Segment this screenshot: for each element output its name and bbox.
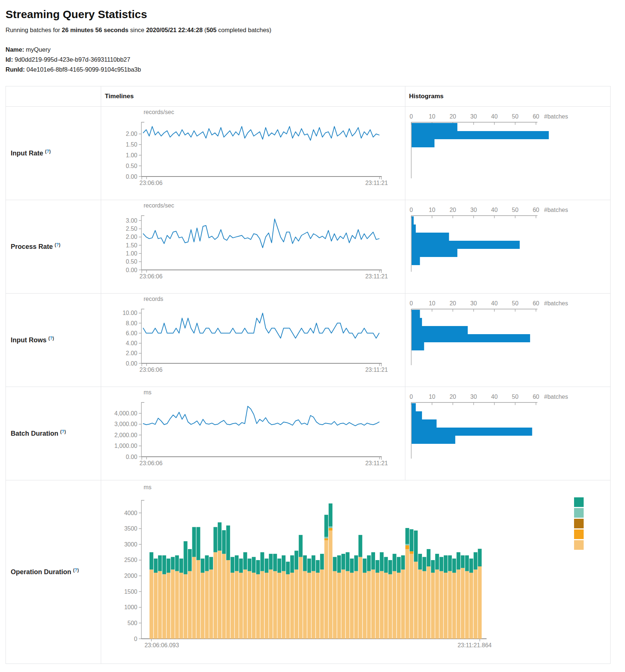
row-input-rows: Input Rows (?) records10.008.006.004.002…: [6, 293, 611, 387]
svg-text:1.00: 1.00: [126, 250, 137, 257]
svg-text:40: 40: [491, 113, 498, 120]
svg-text:6.00: 6.00: [126, 330, 137, 336]
svg-text:0: 0: [410, 207, 413, 213]
summary-text: Running batches for: [6, 27, 62, 33]
svg-text:20: 20: [450, 207, 456, 213]
svg-text:0: 0: [134, 635, 137, 642]
svg-text:60: 60: [533, 207, 539, 213]
svg-text:4,000.00: 4,000.00: [114, 410, 137, 416]
input-rows-histogram-chart: 0102030405060#batches: [406, 295, 601, 378]
svg-text:20: 20: [450, 394, 456, 400]
metric-column-header: [6, 86, 101, 106]
metric-label-input-rows: Input Rows: [11, 336, 47, 344]
completed-batches-count: 505: [206, 27, 217, 33]
metric-label-process-rate: Process Rate: [11, 243, 53, 250]
svg-text:23:11:21: 23:11:21: [365, 367, 388, 373]
metric-label-operation-duration: Operation Duration: [11, 568, 71, 576]
table-header-row: Timelines Histograms: [6, 86, 611, 106]
help-icon[interactable]: (?): [55, 242, 60, 247]
row-batch-duration: Batch Duration (?) ms4,000.003,000.002,0…: [6, 387, 611, 480]
svg-text:30: 30: [470, 113, 477, 120]
row-operation-duration: Operation Duration (?) ms400035003000250…: [6, 480, 611, 664]
svg-text:50: 50: [512, 300, 519, 306]
svg-text:1.00: 1.00: [126, 152, 137, 158]
svg-text:1500: 1500: [124, 588, 137, 594]
query-name: myQuery: [26, 46, 51, 53]
svg-text:records: records: [144, 296, 163, 302]
svg-text:ms: ms: [144, 484, 151, 490]
input-rate-histogram-chart: 0102030405060#batches: [406, 108, 601, 191]
svg-text:0.00: 0.00: [126, 360, 137, 366]
help-icon[interactable]: (?): [48, 336, 54, 341]
svg-text:40: 40: [491, 394, 498, 400]
svg-text:10: 10: [429, 394, 435, 400]
running-batches-summary: Running batches for 26 minutes 56 second…: [6, 27, 625, 34]
svg-text:60: 60: [533, 113, 539, 120]
svg-text:#batches: #batches: [544, 207, 568, 213]
svg-text:23:06:06: 23:06:06: [140, 460, 162, 466]
metric-label-input-rate: Input Rate: [11, 150, 43, 157]
svg-text:10: 10: [429, 300, 435, 306]
input-rate-timeline-chart: records/sec2.001.501.000.500.0023:06:062…: [102, 108, 394, 191]
svg-text:2.00: 2.00: [126, 131, 137, 137]
query-id: 9d0dd219-995d-423e-b97d-36931110bb27: [15, 56, 130, 63]
svg-text:30: 30: [470, 207, 477, 213]
svg-text:3500: 3500: [124, 525, 137, 532]
svg-text:1.50: 1.50: [126, 242, 137, 248]
svg-text:30: 30: [470, 394, 477, 400]
process-rate-histogram-chart: 0102030405060#batches: [406, 202, 601, 285]
svg-text:#batches: #batches: [544, 300, 568, 306]
svg-text:50: 50: [512, 394, 519, 400]
svg-text:23:11:21.864: 23:11:21.864: [457, 642, 491, 648]
help-icon[interactable]: (?): [45, 149, 51, 154]
svg-text:40: 40: [491, 300, 498, 306]
histograms-header: Histograms: [405, 86, 611, 106]
start-timestamp: 2020/05/21 22:44:28: [146, 27, 203, 33]
svg-text:3,000.00: 3,000.00: [114, 421, 137, 427]
svg-text:0.00: 0.00: [126, 267, 137, 273]
svg-text:2.00: 2.00: [126, 350, 137, 356]
query-id-row: Id: 9d0dd219-995d-423e-b97d-36931110bb27: [6, 55, 625, 65]
svg-text:23:11:21: 23:11:21: [365, 273, 388, 280]
batch-duration-histogram-chart: 0102030405060#batches: [406, 388, 601, 472]
page-title: Streaming Query Statistics: [6, 8, 625, 21]
page-content: Streaming Query Statistics Running batch…: [0, 0, 625, 671]
svg-text:10: 10: [429, 207, 435, 213]
batch-duration-timeline-chart: ms4,000.003,000.002,000.001,000.000.0023…: [102, 388, 394, 472]
svg-text:8.00: 8.00: [126, 320, 137, 326]
svg-text:2000: 2000: [124, 573, 137, 579]
svg-text:50: 50: [512, 207, 519, 213]
svg-text:2500: 2500: [124, 557, 137, 563]
svg-text:10: 10: [429, 113, 435, 120]
svg-text:1.50: 1.50: [126, 141, 137, 148]
svg-text:2,000.00: 2,000.00: [114, 432, 137, 438]
svg-text:4000: 4000: [124, 510, 137, 516]
svg-text:0: 0: [410, 113, 413, 120]
row-input-rate: Input Rate (?) records/sec2.001.501.000.…: [6, 106, 611, 200]
help-icon[interactable]: (?): [60, 429, 66, 434]
svg-text:#batches: #batches: [544, 113, 568, 120]
row-process-rate: Process Rate (?) records/sec3.002.502.00…: [6, 200, 611, 293]
svg-text:2.50: 2.50: [126, 226, 137, 232]
svg-text:23:06:06: 23:06:06: [140, 273, 162, 280]
svg-text:60: 60: [533, 300, 539, 306]
process-rate-timeline-chart: records/sec3.002.502.001.501.000.500.002…: [102, 202, 394, 285]
svg-text:23:11:21: 23:11:21: [365, 180, 388, 186]
svg-text:20: 20: [450, 300, 456, 306]
svg-text:23:06:06: 23:06:06: [140, 180, 162, 186]
svg-text:1000: 1000: [124, 604, 137, 610]
help-icon[interactable]: (?): [73, 568, 79, 573]
timelines-header: Timelines: [101, 86, 405, 106]
input-rows-timeline-chart: records10.008.006.004.002.000.0023:06:06…: [102, 295, 394, 378]
svg-text:23:06:06.093: 23:06:06.093: [144, 642, 179, 648]
svg-text:40: 40: [491, 207, 498, 213]
svg-text:1,000.00: 1,000.00: [114, 443, 137, 449]
svg-text:10.00: 10.00: [123, 310, 137, 316]
svg-text:0.00: 0.00: [126, 453, 137, 460]
svg-text:30: 30: [470, 300, 477, 306]
svg-text:23:06:06: 23:06:06: [140, 367, 162, 373]
svg-text:500: 500: [127, 620, 137, 626]
query-info: Name: myQuery Id: 9d0dd219-995d-423e-b97…: [6, 45, 625, 75]
svg-text:60: 60: [533, 394, 539, 400]
query-name-row: Name: myQuery: [6, 45, 625, 55]
